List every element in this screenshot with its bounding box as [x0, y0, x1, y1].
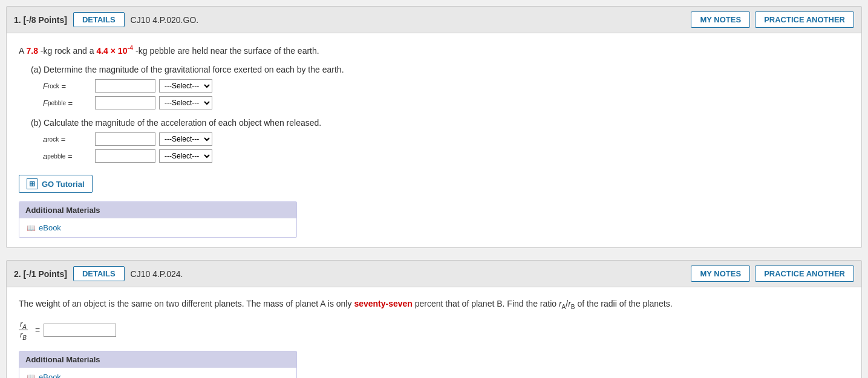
- A-sub-numerator: A: [22, 323, 27, 330]
- q2-number: 2.: [14, 269, 21, 279]
- question-number-2: 2. [-/1 Points]: [14, 269, 67, 279]
- details-button-2[interactable]: DETAILS: [73, 266, 125, 281]
- a-pebble-row: apebble = ---Select--- m/s² km/s²: [43, 149, 849, 163]
- ratio-input-row: rA rB =: [19, 319, 849, 341]
- fraction-numerator: rA: [19, 319, 28, 331]
- fraction-denominator: rB: [19, 330, 28, 341]
- details-button-1[interactable]: DETAILS: [73, 12, 125, 27]
- a-rock-sub: rock: [47, 136, 59, 143]
- ebook-icon-1: 📖: [27, 224, 35, 232]
- a-rock-label: arock =: [43, 135, 91, 144]
- part-a-inputs: Frock = ---Select--- N kN mN: [43, 79, 849, 109]
- q1-points: [-/8 Points]: [24, 15, 67, 25]
- ebook-label-1: eBook: [39, 223, 61, 232]
- a-rock-row: arock = ---Select--- m/s² km/s²: [43, 132, 849, 146]
- question-card-2: 2. [-/1 Points] DETAILS CJ10 4.P.024. MY…: [6, 260, 862, 378]
- question-card-1: 1. [-/8 Points] DETAILS CJ10 4.P.020.GO.…: [6, 6, 862, 248]
- a-rock-select[interactable]: ---Select--- m/s² km/s²: [159, 132, 212, 146]
- part-a-label: (a) Determine the magnitude of the gravi…: [31, 65, 849, 74]
- question-body-2: The weight of an object is the same on t…: [7, 287, 861, 378]
- f-pebble-label: Fpebble =: [43, 99, 91, 108]
- q2-text-end: of the radii of the planets.: [577, 299, 672, 308]
- q2-text-prefix: The weight of an object is the same on t…: [19, 299, 354, 308]
- question-code-1: CJ10 4.P.020.GO.: [131, 15, 685, 25]
- q2-points: [-/1 Points]: [24, 269, 67, 279]
- additional-materials-header-1: Additional Materials: [19, 202, 296, 218]
- q2-text-suffix: percent that of planet B. Find the ratio: [415, 299, 559, 308]
- question-header-1: 1. [-/8 Points] DETAILS CJ10 4.P.020.GO.…: [7, 7, 861, 33]
- additional-materials-header-2: Additional Materials: [19, 351, 296, 368]
- problem-suffix: -kg pebble are held near the surface of …: [135, 46, 319, 56]
- go-tutorial-label: GO Tutorial: [42, 180, 85, 189]
- header-buttons-1: MY NOTES PRACTICE ANOTHER: [691, 11, 854, 28]
- question-body-1: A 7.8 -kg rock and a 4.4 × 10-4 -kg pebb…: [7, 33, 861, 247]
- a-pebble-label: apebble =: [43, 152, 91, 161]
- f-pebble-row: Fpebble = ---Select--- N kN mN: [43, 96, 849, 109]
- ebook-icon-2: 📖: [27, 373, 35, 378]
- f-rock-input[interactable]: [95, 79, 155, 93]
- a-pebble-sub: pebble: [47, 153, 65, 160]
- a-pebble-input[interactable]: [95, 149, 155, 163]
- question-code-2: CJ10 4.P.024.: [131, 269, 685, 279]
- additional-materials-2: Additional Materials 📖 eBook: [19, 351, 297, 378]
- pebble-exp: -4: [127, 44, 133, 51]
- rock-sub: rock: [48, 83, 59, 90]
- go-tutorial-icon: ⊞: [27, 178, 38, 189]
- my-notes-button-2[interactable]: MY NOTES: [691, 266, 750, 282]
- question-number-1: 1. [-/8 Points]: [14, 15, 67, 25]
- ebook-link-2[interactable]: 📖 eBook: [27, 373, 289, 378]
- question-header-2: 2. [-/1 Points] DETAILS CJ10 4.P.024. MY…: [7, 261, 861, 287]
- part-b-label: (b) Calculate the magnitude of the accel…: [31, 118, 849, 128]
- additional-materials-1: Additional Materials 📖 eBook: [19, 201, 297, 238]
- B-sub-denominator: B: [22, 334, 27, 341]
- problem-mid1: -kg rock and a: [41, 46, 97, 56]
- a-pebble-select[interactable]: ---Select--- m/s² km/s²: [159, 149, 212, 163]
- practice-another-button-1[interactable]: PRACTICE ANOTHER: [755, 11, 854, 28]
- f-pebble-input[interactable]: [95, 96, 155, 109]
- go-tutorial-button[interactable]: ⊞ GO Tutorial: [19, 175, 93, 193]
- pebble-mass: 4.4: [96, 46, 108, 56]
- ratio-input[interactable]: [44, 324, 116, 337]
- problem-text-2: The weight of an object is the same on t…: [19, 297, 849, 312]
- f-rock-label: Frock =: [43, 82, 91, 91]
- ratio-A-sub-inline: A: [562, 304, 566, 310]
- part-b-inputs: arock = ---Select--- m/s² km/s²: [43, 132, 849, 163]
- pebble-sub: pebble: [48, 100, 66, 106]
- problem-prefix: A: [19, 46, 26, 56]
- equals-sign-q2: =: [35, 325, 40, 335]
- header-buttons-2: MY NOTES PRACTICE ANOTHER: [691, 266, 854, 282]
- a-rock-input[interactable]: [95, 132, 155, 146]
- page-wrapper: 1. [-/8 Points] DETAILS CJ10 4.P.020.GO.…: [0, 0, 868, 378]
- additional-materials-body-1: 📖 eBook: [19, 218, 296, 237]
- my-notes-button-1[interactable]: MY NOTES: [691, 11, 750, 28]
- q1-number: 1.: [14, 15, 21, 25]
- fraction-display: rA rB: [19, 319, 28, 341]
- additional-materials-body-2: 📖 eBook: [19, 368, 296, 378]
- f-pebble-select[interactable]: ---Select--- N kN mN: [159, 96, 212, 109]
- ebook-link-1[interactable]: 📖 eBook: [27, 223, 289, 232]
- practice-another-button-2[interactable]: PRACTICE ANOTHER: [755, 266, 854, 282]
- f-rock-row: Frock = ---Select--- N kN mN: [43, 79, 849, 93]
- ratio-B-sub-inline: B: [571, 304, 575, 310]
- parts-container-1: (a) Determine the magnitude of the gravi…: [31, 65, 849, 163]
- problem-text-1: A 7.8 -kg rock and a 4.4 × 10-4 -kg pebb…: [19, 43, 849, 57]
- seventy-seven-text: seventy-seven: [354, 299, 413, 308]
- ebook-label-2: eBook: [39, 373, 61, 378]
- times-sign: × 10: [111, 46, 128, 56]
- f-rock-select[interactable]: ---Select--- N kN mN: [159, 79, 212, 93]
- rock-mass: 7.8: [26, 46, 38, 56]
